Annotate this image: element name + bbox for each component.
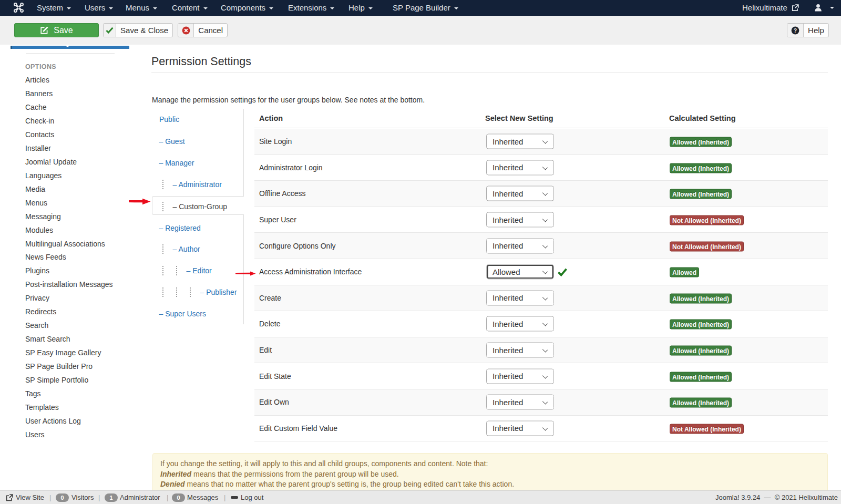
- svg-text:?: ?: [794, 27, 797, 33]
